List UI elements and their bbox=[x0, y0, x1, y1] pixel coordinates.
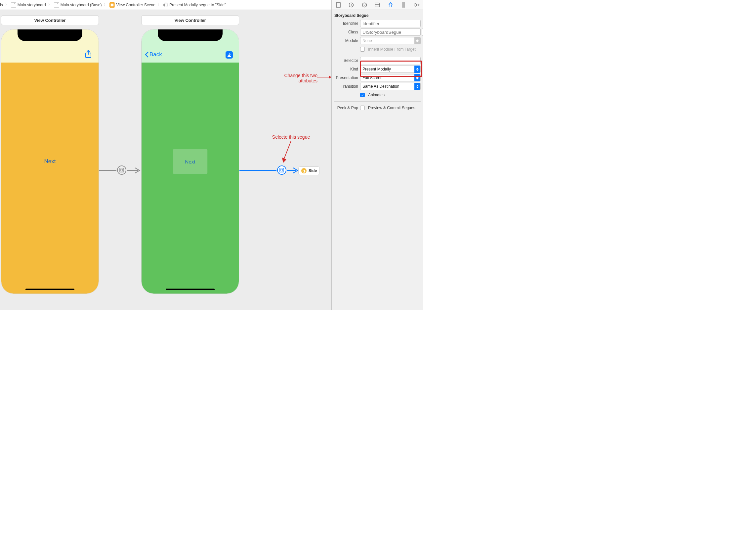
size-inspector-tab[interactable] bbox=[399, 1, 408, 9]
segue-icon bbox=[164, 3, 168, 7]
share-icon[interactable] bbox=[85, 50, 92, 60]
breadcrumb-root[interactable]: ls bbox=[0, 3, 3, 7]
back-label: Back bbox=[149, 51, 162, 58]
scene-title-label: View Controller bbox=[34, 18, 65, 23]
content-view bbox=[141, 63, 239, 293]
dropdown-caret-icon bbox=[415, 74, 420, 81]
circle-arrow-icon: ◌ bbox=[422, 29, 423, 36]
storyboard-file-icon bbox=[11, 2, 16, 8]
peekpop-label: Peek & Pop bbox=[332, 106, 360, 110]
device-notch bbox=[158, 30, 223, 41]
row-presentation: Presentation Full Screen bbox=[332, 73, 423, 82]
annotation-text: Change this two bbox=[271, 73, 317, 78]
annotation-change-attrs: Change this two attributes bbox=[271, 73, 317, 84]
dropdown-caret-icon bbox=[415, 37, 420, 44]
svg-rect-26 bbox=[375, 3, 380, 7]
peekpop-checkbox[interactable] bbox=[360, 106, 365, 110]
breadcrumb-base-label: Main.storyboard (Base) bbox=[61, 3, 102, 7]
next-button[interactable]: Next bbox=[44, 158, 56, 165]
storyboard-canvas[interactable]: View Controller Next bbox=[0, 10, 331, 310]
back-button[interactable]: Back bbox=[145, 51, 162, 58]
device-frame: Next bbox=[1, 29, 99, 294]
animates-checkbox[interactable] bbox=[360, 93, 365, 97]
row-selector: Selector bbox=[332, 56, 423, 65]
content-view bbox=[1, 63, 99, 293]
module-label: Module bbox=[332, 38, 360, 43]
breadcrumb-segue[interactable]: Present Modally segue to "Side" bbox=[164, 3, 226, 7]
kind-label: Kind bbox=[332, 67, 360, 71]
kind-value: Present Modally bbox=[363, 67, 391, 71]
segue-node-present-modally[interactable] bbox=[117, 165, 126, 175]
storyboard-file-icon bbox=[54, 2, 59, 8]
scene-icon bbox=[110, 2, 115, 8]
dropdown-caret-icon bbox=[415, 65, 420, 73]
breadcrumb-scene[interactable]: View Controller Scene bbox=[110, 2, 155, 8]
class-dropdown-button[interactable]: ◌ bbox=[422, 29, 423, 36]
identifier-field[interactable] bbox=[360, 20, 421, 27]
transition-select[interactable]: Same As Destination bbox=[360, 83, 421, 90]
class-field[interactable] bbox=[360, 29, 421, 36]
scene-title-bar[interactable]: View Controller bbox=[1, 15, 99, 25]
next-button[interactable]: Next bbox=[185, 159, 195, 164]
breadcrumb-segue-label: Present Modally segue to "Side" bbox=[169, 3, 226, 7]
scene-title-label: View Controller bbox=[174, 18, 206, 23]
history-inspector-tab[interactable] bbox=[347, 1, 356, 9]
attributes-inspector-tab[interactable] bbox=[386, 1, 395, 9]
inherit-module-label: Inherit Module From Target bbox=[368, 47, 416, 52]
row-kind: Kind Present Modally bbox=[332, 65, 423, 73]
embedded-vc-badge[interactable]: ◑ Side bbox=[298, 166, 320, 175]
svg-rect-0 bbox=[111, 3, 114, 7]
identity-inspector-tab[interactable] bbox=[373, 1, 382, 9]
svg-marker-19 bbox=[329, 75, 331, 79]
segue-node-present-modally-selected[interactable] bbox=[277, 165, 287, 175]
breadcrumb-file[interactable]: Main.storyboard bbox=[11, 2, 46, 8]
presentation-label: Presentation bbox=[332, 75, 360, 80]
download-icon[interactable] bbox=[226, 51, 233, 59]
presentation-value: Full Screen bbox=[363, 75, 383, 80]
annotation-text: Selecte this segue bbox=[272, 134, 310, 140]
inspector-tabs: ? bbox=[332, 0, 423, 10]
annotation-arrow-icon bbox=[281, 141, 294, 164]
view-controller-1[interactable]: View Controller Next bbox=[1, 15, 99, 294]
segue-connector-selected[interactable] bbox=[239, 165, 299, 175]
module-select[interactable]: None bbox=[360, 37, 421, 44]
chevron-right-icon: 〉 bbox=[158, 2, 162, 8]
presentation-select[interactable]: Full Screen bbox=[360, 74, 421, 81]
dropdown-caret-icon bbox=[415, 83, 420, 90]
chevron-right-icon: 〉 bbox=[48, 2, 52, 8]
view[interactable]: Next bbox=[1, 30, 99, 293]
file-inspector-tab[interactable] bbox=[334, 1, 342, 9]
annotation-arrow-icon bbox=[317, 75, 331, 79]
row-class: Class ◌ bbox=[332, 28, 423, 37]
peekpop-value: Preview & Commit Segues bbox=[368, 106, 416, 110]
annotation-text: attributes bbox=[271, 78, 317, 84]
spacer bbox=[332, 54, 423, 56]
transition-value: Same As Destination bbox=[363, 84, 399, 89]
view[interactable]: Back Next bbox=[141, 30, 239, 293]
svg-rect-16 bbox=[280, 168, 284, 172]
selector-field[interactable] bbox=[360, 57, 421, 64]
breadcrumb[interactable]: ls 〉 Main.storyboard 〉 Main.storyboard (… bbox=[0, 2, 363, 8]
svg-rect-11 bbox=[121, 169, 123, 171]
kind-select[interactable]: Present Modally bbox=[360, 65, 421, 73]
help-inspector-tab[interactable]: ? bbox=[360, 1, 369, 9]
divider bbox=[334, 101, 421, 102]
vc-mini-icon: ◑ bbox=[301, 168, 307, 173]
section-header: Storyboard Segue bbox=[332, 12, 423, 19]
svg-point-33 bbox=[414, 4, 417, 6]
module-value: None bbox=[363, 38, 372, 43]
svg-rect-10 bbox=[120, 168, 124, 172]
view-controller-2[interactable]: View Controller Back Next bbox=[141, 15, 239, 294]
row-animates: Animates bbox=[332, 91, 423, 99]
row-identifier: Identifier bbox=[332, 19, 423, 28]
svg-line-20 bbox=[284, 141, 291, 160]
breadcrumb-base[interactable]: Main.storyboard (Base) bbox=[54, 2, 102, 8]
scene-title-bar[interactable]: View Controller bbox=[141, 15, 239, 25]
connections-inspector-tab[interactable] bbox=[413, 1, 421, 9]
breadcrumb-file-label: Main.storyboard bbox=[17, 3, 46, 7]
row-transition: Transition Same As Destination bbox=[332, 82, 423, 91]
inherit-module-checkbox[interactable] bbox=[360, 47, 365, 52]
class-label: Class bbox=[332, 30, 360, 35]
transition-label: Transition bbox=[332, 84, 360, 89]
container-view[interactable]: Next bbox=[173, 150, 207, 173]
